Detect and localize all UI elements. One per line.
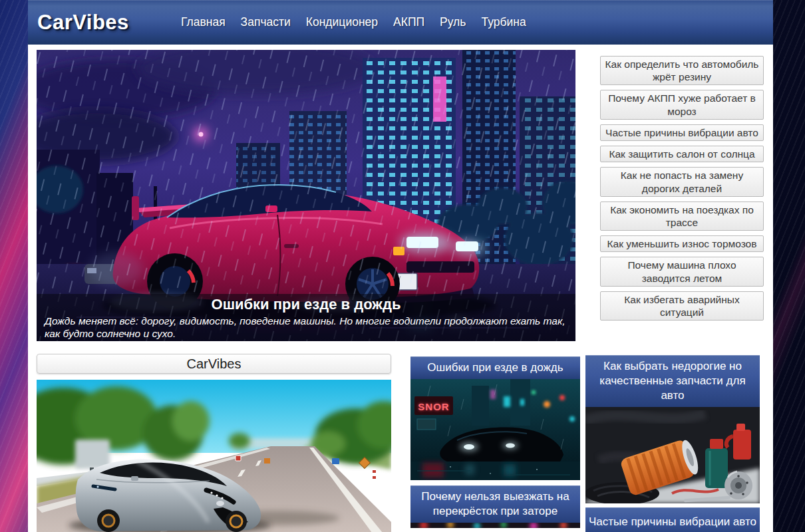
sidebar-link-tire-wear[interactable]: Как определить что автомобиль жрёт резин…: [600, 56, 764, 85]
sidebar-link-expensive-parts[interactable]: Как не попасть на замену дорогих деталей: [600, 167, 764, 196]
column-right: Как выбрать недорогие но качественные за…: [585, 350, 760, 532]
hero-title[interactable]: Ошибки при езде в дождь: [37, 296, 575, 313]
column-middle: Ошибки при езде в дождь: [410, 350, 580, 528]
sidebar-link-summer-start[interactable]: Почему машина плохо заводится летом: [600, 257, 764, 286]
card-title-vibration[interactable]: Частые причины вибрации авто: [585, 507, 760, 532]
main-nav: Главная Запчасти Кондиционер АКПП Руль Т…: [181, 0, 526, 45]
lower-section: CarVibes: [37, 350, 764, 532]
top-navbar: CarVibes Главная Запчасти Кондиционер АК…: [28, 0, 773, 45]
brand-logo[interactable]: CarVibes: [37, 11, 129, 35]
column-left: CarVibes: [37, 350, 391, 532]
nav-item-wheel[interactable]: Руль: [440, 15, 466, 29]
page-wrapper: CarVibes Главная Запчасти Кондиционер АК…: [28, 0, 773, 532]
sidebar-link-highway-economy[interactable]: Как экономить на поездках по трассе: [600, 201, 764, 231]
road-article-image[interactable]: [37, 380, 391, 532]
sidebar-link-akpp-frost[interactable]: Почему АКПП хуже работает в мороз: [600, 90, 764, 119]
nav-item-akpp[interactable]: АКПП: [393, 15, 424, 29]
content-area: Ошибки при езде в дождь Дождь меняет всё…: [28, 45, 773, 532]
nav-item-ac[interactable]: Кондиционер: [306, 15, 378, 29]
nav-item-turbo[interactable]: Турбина: [481, 15, 526, 29]
nav-item-home[interactable]: Главная: [181, 15, 226, 29]
sidebar-link-sun-protect[interactable]: Как защитить салон от солнца: [600, 146, 764, 162]
sidebar-link-vibration[interactable]: Частые причины вибрации авто: [600, 124, 764, 141]
nav-item-parts[interactable]: Запчасти: [241, 15, 291, 29]
card-image-rain-errors[interactable]: SNOR SNOR: [410, 379, 580, 480]
hero-caption: Ошибки при езде в дождь Дождь меняет всё…: [37, 294, 575, 341]
hero-subtitle: Дождь меняет всё: дорогу, видимость, пов…: [45, 315, 567, 340]
neon-sign-text: SNOR: [418, 401, 449, 412]
card-title-intersection[interactable]: Почему нельзя выезжать на перекрёсток пр…: [410, 485, 580, 523]
card-image-intersection[interactable]: [410, 523, 580, 528]
section-title: CarVibes: [37, 354, 391, 374]
sidebar: Как определить что автомобиль жрёт резин…: [600, 56, 764, 321]
hero-article[interactable]: Ошибки при езде в дождь Дождь меняет всё…: [37, 50, 575, 341]
sidebar-link-brake-wear[interactable]: Как уменьшить износ тормозов: [600, 235, 764, 252]
card-title-rain-errors[interactable]: Ошибки при езде в дождь: [410, 356, 580, 379]
sidebar-link-avoid-accidents[interactable]: Как избегать аварийных ситуаций: [600, 291, 764, 321]
card-image-cheap-parts[interactable]: [585, 407, 760, 503]
card-title-cheap-parts[interactable]: Как выбрать недорогие но качественные за…: [585, 355, 760, 407]
